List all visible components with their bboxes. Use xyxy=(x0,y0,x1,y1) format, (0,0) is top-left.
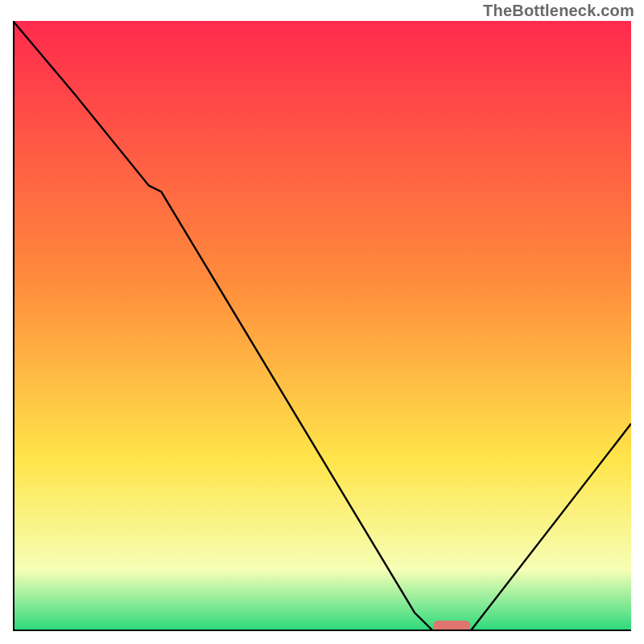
bottleneck-plot xyxy=(13,21,631,631)
watermark-text: TheBottleneck.com xyxy=(483,2,634,20)
gradient-background xyxy=(13,21,631,631)
plot-svg xyxy=(13,21,631,631)
chart-container: TheBottleneck.com xyxy=(0,0,644,644)
